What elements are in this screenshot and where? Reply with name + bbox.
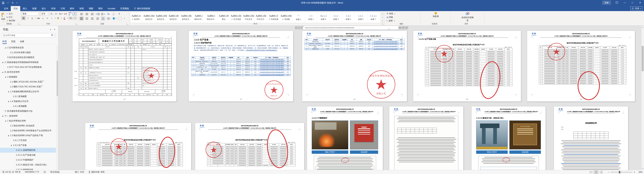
line-spacing-button[interactable]: ↕▾ <box>106 17 111 20</box>
nav-heading-item[interactable]: 1.3.2.3 中频熔炼炉 <box>0 158 56 162</box>
document-page-127[interactable]: 井神jingshen淮安市井神钻采机具有限公司2025年二级物资集中采购A26大… <box>85 123 191 170</box>
read-mode-button[interactable] <box>588 170 594 174</box>
expand-triangle-icon[interactable] <box>5 76 6 78</box>
align-left-button[interactable] <box>80 17 84 20</box>
vertical-scrollbar[interactable]: ▲ ▼ <box>641 26 644 170</box>
highlight-button[interactable]: ab <box>56 16 60 20</box>
save-to-netdisk-button[interactable]: 保存到百度网盘 <box>451 11 484 22</box>
increase-indent-button[interactable]: ⇥ <box>101 12 105 16</box>
nav-heading-item[interactable]: 3 近年发生的诉讼及仲裁情况 <box>0 55 56 60</box>
proofing-status[interactable] <box>44 171 46 173</box>
nav-heading-item[interactable]: 1 SY/T 7010-2014 井下作业用防喷器 <box>0 65 56 70</box>
nav-heading-item[interactable]: 1 初步评审响应资料 <box>0 119 56 123</box>
nav-heading-item[interactable]: 九 技术支持资料 <box>0 70 56 75</box>
shrink-font-button[interactable]: A▼ <box>54 12 58 16</box>
show-marks-button[interactable]: ¶ <box>117 12 121 16</box>
shading-button[interactable]: 🪣▾ <box>112 17 116 20</box>
style-item[interactable]: AaBbCc投标文件... <box>192 12 205 23</box>
nav-tab-结果[interactable]: 结果 <box>20 39 24 44</box>
tab-引用[interactable]: 引用 <box>58 6 68 11</box>
tab-Acrobat[interactable]: Acrobat <box>105 6 118 11</box>
nav-heading-item[interactable]: 1.3.1 工艺流程 <box>0 138 56 143</box>
character-border-button[interactable]: A <box>72 12 76 15</box>
nav-heading-item[interactable]: 1.1 响应性评审1-营业执照 <box>0 123 56 128</box>
style-item[interactable]: AaBbCcDc↵ 正文缩进 <box>230 12 242 23</box>
paste-button[interactable]: 粘贴 ▾ <box>1 12 6 22</box>
copy-button[interactable]: ⧉ 复制 <box>6 16 15 19</box>
nav-heading-item[interactable]: 1.3.1 查询截图 <box>0 94 56 99</box>
phonetic-guide-button[interactable]: wén文 <box>68 12 72 16</box>
expand-triangle-icon[interactable] <box>5 120 6 122</box>
document-page-125[interactable]: 井神jingshen淮安市井神钻采机具有限公司2025年二级物资集中采购A26大… <box>413 31 521 101</box>
clear-formatting-button[interactable]: ◆A <box>64 12 68 16</box>
word-count[interactable]: 590/39654 个字 <box>25 171 39 174</box>
tab-邮件[interactable]: 邮件 <box>68 6 77 11</box>
close-button[interactable]: ✕ <box>636 0 644 5</box>
font-size-combo[interactable]: 五号▾ <box>40 12 49 16</box>
grow-font-button[interactable]: A▲ <box>50 12 54 16</box>
numbering-button[interactable] <box>85 12 89 16</box>
tab-开始[interactable]: 开始 <box>11 6 20 11</box>
format-painter-button[interactable]: 🖌︎ 格式刷 <box>6 19 15 22</box>
expand-triangle-icon[interactable] <box>5 47 6 48</box>
nav-heading-item[interactable]: 1.2 螺栓 FZ18-70C 42CrMo 非原厂 <box>0 84 56 89</box>
select-button[interactable]: ▷ 选择 ▾ <box>386 19 420 22</box>
document-page-124[interactable]: 井神jingshen淮安市井神钻采机具有限公司2025年二级物资集中采购A26大… <box>302 31 407 101</box>
style-item[interactable]: AaBbCcDd中文正文 <box>242 12 255 23</box>
chevron-down-icon[interactable]: ▾ <box>54 35 56 36</box>
paragraph-dialog-launcher[interactable] <box>127 23 128 25</box>
nav-heading-item[interactable]: 2.1 2024年度审计报告 <box>0 50 56 55</box>
nav-heading-item[interactable]: 1.3.2.5 精密铸造机 <box>0 167 56 170</box>
tab-审阅[interactable]: 审阅 <box>77 6 86 11</box>
track-changes-indicator[interactable]: 修订: 关闭 <box>75 171 84 174</box>
nav-heading-item[interactable]: 1.3.2 生产设备 <box>0 143 56 148</box>
document-page-129[interactable]: 井神jingshen淮安市井神钻采机具有限公司2025年二级物资集中采购A26大… <box>307 106 383 170</box>
chevron-down-icon[interactable]: ∨ <box>48 28 52 31</box>
print-layout-button[interactable] <box>594 170 598 174</box>
expand-triangle-icon[interactable] <box>8 101 9 102</box>
restore-button[interactable]: □ <box>628 0 636 5</box>
text-effects-button[interactable]: Ａ <box>50 16 54 20</box>
close-icon[interactable]: ✕ <box>52 28 56 31</box>
nav-heading-item[interactable]: 1.2 响应性评审2-井控装备生产企业资质证书 <box>0 128 56 133</box>
language-indicator[interactable]: 英语(美国) <box>50 171 60 174</box>
nav-heading-item[interactable]: 1.3 检验检测机构资质认定证书 <box>0 89 56 94</box>
gallery-expand-icon[interactable]: ⊽ <box>381 19 384 23</box>
font-color-button[interactable]: A <box>62 16 66 20</box>
clipboard-dialog-launcher[interactable] <box>18 23 20 25</box>
align-center-button[interactable] <box>85 17 89 20</box>
document-page-126[interactable]: 井神jingshen淮安市井神钻采机具有限公司2025年二级物资集中采购A26大… <box>527 31 635 101</box>
nav-tab-页面[interactable]: 页面 <box>11 39 16 44</box>
expand-triangle-icon[interactable] <box>10 145 12 146</box>
nav-heading-item[interactable]: 十一 其他资料 <box>0 114 56 119</box>
document-page-130[interactable]: 井神jingshen淮安市井神钻采机具有限公司2025年二级物资集中采购A26大… <box>389 106 463 170</box>
expand-triangle-icon[interactable] <box>8 135 9 136</box>
style-item[interactable]: AaBbCcDd表内正文 <box>143 12 155 23</box>
nav-heading-item[interactable]: 1.3.2.2 生产设备台账 <box>0 153 56 158</box>
style-item[interactable]: AaBbCc投标文件... <box>205 12 218 23</box>
font-name-combo[interactable]: 宋体▾ <box>22 12 40 16</box>
character-shading-button[interactable]: A <box>69 17 72 20</box>
document-page-132[interactable]: 井神jingshen淮安市井神钻采机具有限公司2025年二级物资集中采购A26大… <box>554 106 628 170</box>
tab-设计[interactable]: 设计 <box>39 6 48 11</box>
superscript-button[interactable]: x² <box>46 16 49 20</box>
style-item[interactable]: 1.1.1标题 4 <box>330 12 342 23</box>
search-icon[interactable] <box>50 34 54 37</box>
undo-icon[interactable]: ↶ <box>7 1 9 4</box>
scroll-down-icon[interactable]: ▼ <box>641 167 644 170</box>
cut-button[interactable]: ✂ 剪切 <box>6 12 15 15</box>
decrease-indent-button[interactable]: ⇤ <box>96 12 100 16</box>
sort-button[interactable]: AZ↓ <box>112 12 116 16</box>
zoom-level[interactable]: 59% <box>636 171 643 173</box>
justify-button[interactable] <box>96 17 100 20</box>
style-item[interactable]: 1.1.1标题 5 <box>342 12 355 23</box>
gallery-down-icon[interactable]: ▼ <box>381 16 384 19</box>
bold-button[interactable]: B <box>22 16 26 20</box>
style-item[interactable]: AaBbCcC↵ 表内列... <box>130 12 143 23</box>
subscript-button[interactable]: x₂ <box>41 16 45 20</box>
page-indicator[interactable]: 第 124 页, 共 799 页 <box>2 171 20 174</box>
nav-heading-item[interactable]: 八 投标设备技术性能指标的详细描述 <box>0 60 56 65</box>
align-right-button[interactable] <box>90 17 94 20</box>
accessibility-indicator[interactable]: 辅助功能: 调查 <box>88 171 105 174</box>
sign-in-button[interactable]: 登录 <box>602 1 611 5</box>
